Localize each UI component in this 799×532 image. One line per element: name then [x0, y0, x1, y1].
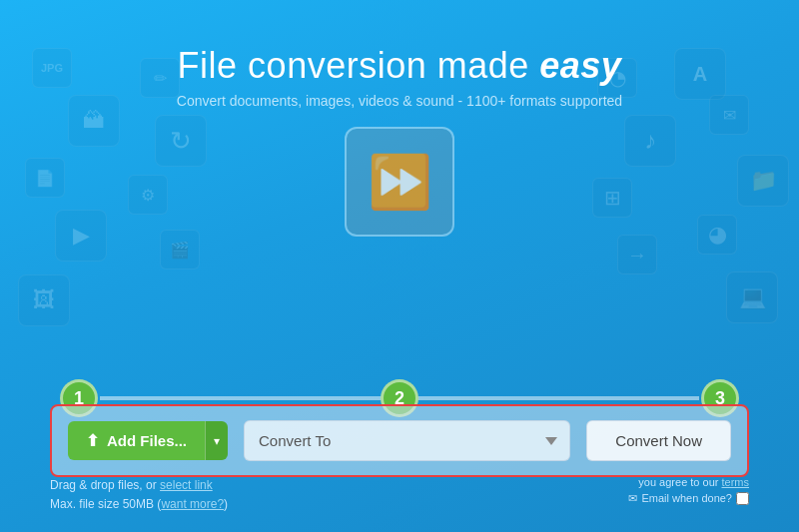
email-checkbox-icon: ✉ [628, 492, 637, 505]
convert-now-button[interactable]: Convert Now [586, 420, 731, 461]
drag-drop-text: Drag & drop files, or [50, 478, 160, 492]
bottom-right-text: you agree to our terms ✉ Email when done… [628, 476, 749, 505]
max-size-line: Max. file size 50MB (want more?) [50, 495, 228, 514]
bottom-left-text: Drag & drop files, or select link Max. f… [50, 476, 228, 514]
action-bar: ⬆ Add Files... ▾ Convert To PDF JPG PNG … [50, 404, 749, 477]
convert-to-group: Convert To PDF JPG PNG MP4 MP3 DOCX [244, 420, 570, 461]
center-logo: ⏩ [0, 127, 799, 237]
email-label: Email when done? [641, 492, 732, 504]
main-heading: File conversion made easy [0, 45, 799, 87]
convert-now-label: Convert Now [615, 432, 702, 449]
select-link[interactable]: select link [160, 478, 213, 492]
add-files-button[interactable]: ⬆ Add Files... [68, 421, 205, 460]
deco-laptop-icon: 💻 [726, 271, 778, 323]
heading-bold: easy [539, 45, 621, 86]
email-checkbox-input[interactable] [736, 492, 749, 505]
bottom-info: Drag & drop files, or select link Max. f… [50, 476, 749, 514]
email-when-done-row: ✉ Email when done? [628, 492, 749, 505]
subtitle: Convert documents, images, videos & soun… [0, 93, 799, 109]
add-files-group: ⬆ Add Files... ▾ [68, 421, 228, 460]
header-section: File conversion made easy Convert docume… [0, 0, 799, 109]
max-size-end: ) [224, 497, 228, 511]
deco-photo-icon: 🖼 [18, 274, 70, 326]
add-files-dropdown-button[interactable]: ▾ [205, 421, 228, 460]
upload-icon: ⬆ [86, 431, 99, 450]
dropdown-chevron-icon: ▾ [214, 434, 220, 448]
main-background: JPG 🏔 📄 ▶ 🖼 ✏ ↻ ⚙ 🎬 A ✉ [0, 0, 799, 532]
want-more-link[interactable]: want more? [161, 497, 224, 511]
logo-box: ⏩ [345, 127, 454, 237]
max-size-text: Max. file size 50MB ( [50, 497, 161, 511]
terms-link[interactable]: terms [722, 476, 750, 488]
play-arrows-icon: ⏩ [368, 156, 432, 208]
convert-to-select[interactable]: Convert To PDF JPG PNG MP4 MP3 DOCX [244, 420, 570, 461]
drag-drop-line: Drag & drop files, or select link [50, 476, 228, 495]
agree-text-line: you agree to our terms [638, 476, 749, 488]
heading-normal: File conversion made [178, 45, 540, 86]
deco-arrow-icon: → [617, 235, 657, 274]
add-files-label: Add Files... [107, 432, 187, 449]
agree-text: you agree to our [638, 476, 721, 488]
